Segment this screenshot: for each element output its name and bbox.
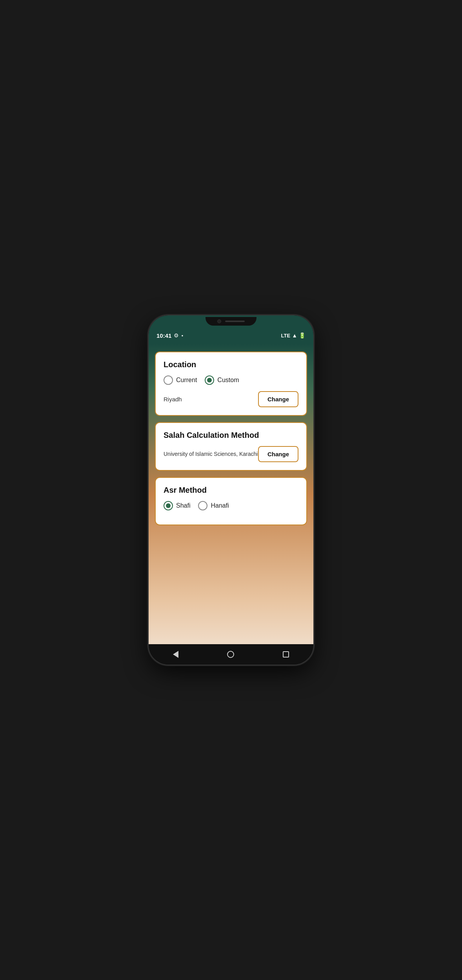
asr-hanafi-option[interactable]: Hanafi xyxy=(198,501,229,510)
location-current-radio[interactable] xyxy=(164,375,173,385)
notch xyxy=(206,317,256,326)
asr-hanafi-label: Hanafi xyxy=(211,502,229,509)
notification-dot: ● xyxy=(181,334,183,337)
screen: 10:41 ⚙ ● LTE ▲ 🔋 Location Current xyxy=(149,315,313,665)
location-custom-radio-inner xyxy=(207,378,212,383)
asr-hanafi-radio[interactable] xyxy=(198,501,207,510)
status-left: 10:41 ⚙ ● xyxy=(156,332,183,339)
bottom-nav xyxy=(149,644,313,665)
location-current-label: Current xyxy=(176,377,197,384)
salah-method-text: University of Islamic Sciences, Karachi xyxy=(164,450,258,458)
gear-icon: ⚙ xyxy=(174,332,179,339)
location-title: Location xyxy=(164,360,298,369)
back-button[interactable] xyxy=(173,651,178,658)
asr-shafi-radio-inner xyxy=(166,503,171,508)
signal-icon: ▲ xyxy=(292,332,297,339)
salah-change-button[interactable]: Change xyxy=(258,446,298,462)
status-right: LTE ▲ 🔋 xyxy=(281,332,306,339)
location-radio-group: Current Custom xyxy=(164,375,298,385)
asr-shafi-option[interactable]: Shafi xyxy=(164,501,190,510)
battery-icon: 🔋 xyxy=(299,332,306,339)
asr-shafi-label: Shafi xyxy=(176,502,190,509)
content-area: Location Current Custom Riyadh xyxy=(149,344,313,644)
salah-card: Salah Calculation Method University of I… xyxy=(155,422,307,471)
location-card: Location Current Custom Riyadh xyxy=(155,352,307,416)
notch-area xyxy=(149,315,313,327)
asr-radio-group: Shafi Hanafi xyxy=(164,501,298,510)
lte-label: LTE xyxy=(281,333,291,339)
location-row: Riyadh Change xyxy=(164,391,298,407)
location-custom-label: Custom xyxy=(217,377,239,384)
camera-icon xyxy=(217,319,221,323)
salah-title: Salah Calculation Method xyxy=(164,431,298,440)
status-bar: 10:41 ⚙ ● LTE ▲ 🔋 xyxy=(149,327,313,344)
asr-title: Asr Method xyxy=(164,486,298,495)
asr-shafi-radio[interactable] xyxy=(164,501,173,510)
phone-frame: 10:41 ⚙ ● LTE ▲ 🔋 Location Current xyxy=(149,315,313,665)
location-custom-option[interactable]: Custom xyxy=(205,375,239,385)
status-time: 10:41 xyxy=(156,332,171,339)
location-custom-radio[interactable] xyxy=(205,375,214,385)
asr-card: Asr Method Shafi Hanafi xyxy=(155,477,307,525)
location-city: Riyadh xyxy=(164,396,182,403)
home-button[interactable] xyxy=(227,651,234,658)
location-change-button[interactable]: Change xyxy=(258,391,298,407)
salah-method-row: University of Islamic Sciences, Karachi … xyxy=(164,446,298,462)
recents-button[interactable] xyxy=(283,651,289,658)
speaker-icon xyxy=(225,321,245,322)
location-current-option[interactable]: Current xyxy=(164,375,197,385)
